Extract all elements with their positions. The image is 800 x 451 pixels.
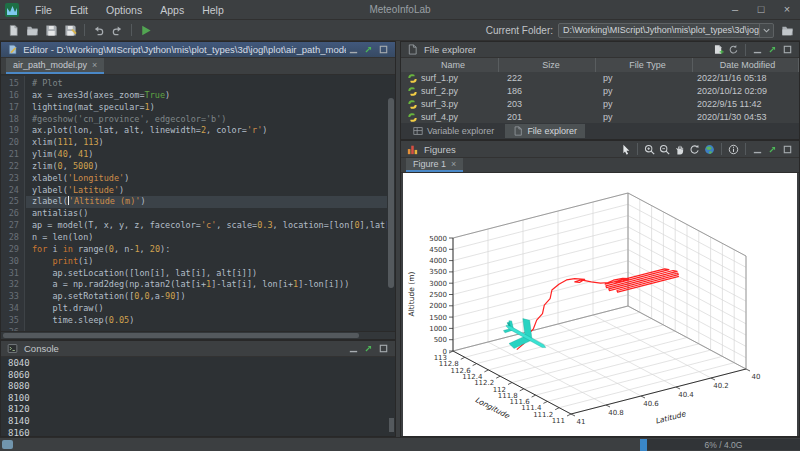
tab-figure-1[interactable]: Figure 1 × <box>406 158 463 172</box>
editor-title: Editor - D:\Working\MIScript\Jython\mis\… <box>19 44 346 55</box>
column-header-date-modified[interactable]: Date Modified <box>693 58 799 72</box>
maximize-icon[interactable] <box>376 43 391 56</box>
code-line-19[interactable]: ax.plot(lon, lat, alt, linewidth=2, colo… <box>26 125 387 137</box>
figures-titlebar[interactable]: Figures <box>401 141 799 158</box>
file-type-cell: py <box>596 112 693 122</box>
run-icon[interactable] <box>136 22 155 39</box>
minimize-icon[interactable]: – <box>722 0 748 20</box>
code-line-22[interactable]: zlim(0, 5000) <box>26 161 387 173</box>
console-panel: Console 8040806080808100812081408160 <box>0 340 396 437</box>
toolbar-separator <box>84 24 85 36</box>
code-line-16[interactable]: ax = axes3d(axes_zoom=True) <box>26 90 387 102</box>
menu-apps[interactable]: Apps <box>151 0 193 20</box>
globe-icon[interactable] <box>702 143 717 156</box>
column-header-file-type[interactable]: File Type <box>596 58 693 72</box>
code-line-20[interactable]: xlim(111, 113) <box>26 137 387 149</box>
code-line-15[interactable]: # Plot <box>26 78 387 90</box>
current-folder-combo[interactable]: D:\Working\MIScript\Jython\mis\plot_type… <box>558 23 774 38</box>
chevron-down-icon[interactable] <box>759 24 773 37</box>
code-area[interactable]: # Plotax = axes3d(axes_zoom=True)lightin… <box>26 76 387 331</box>
browse-folder-button[interactable] <box>777 22 797 39</box>
minimize-icon[interactable] <box>750 43 765 56</box>
table-row[interactable]: surf_3.py203py2022/9/15 11:42 <box>401 98 799 111</box>
memory-indicator[interactable]: 6% / 4.0G <box>640 439 800 450</box>
menu-options[interactable]: Options <box>97 0 151 20</box>
file-explorer-titlebar[interactable]: File explorer <box>401 42 799 58</box>
py-file-icon <box>408 87 417 96</box>
code-line-32[interactable]: a = np.rad2deg(np.atan2(lat[i+1]-lat[i],… <box>26 279 387 291</box>
code-line-21[interactable]: ylim(40, 41) <box>26 149 387 161</box>
console-output[interactable]: 8040806080808100812081408160 <box>1 357 395 436</box>
console-line: 8080 <box>8 381 395 393</box>
table-row[interactable]: surf_4.py201py2020/11/30 04:53 <box>401 111 799 124</box>
subtab-file-explorer[interactable]: File explorer <box>505 124 585 138</box>
code-line-35[interactable]: time.sleep(0.05) <box>26 315 387 327</box>
variable-explorer-icon <box>413 126 423 136</box>
code-line-26[interactable]: antialias() <box>26 208 387 220</box>
minimize-icon[interactable] <box>750 143 765 156</box>
maximize-icon[interactable] <box>376 342 391 355</box>
rotate-icon[interactable] <box>687 143 702 156</box>
column-header-size[interactable]: Size <box>499 58 596 72</box>
new-file-icon[interactable] <box>4 22 23 39</box>
tab-close-icon[interactable]: × <box>92 60 97 70</box>
code-line-28[interactable]: n = len(lon) <box>26 232 387 244</box>
table-row[interactable]: surf_1.py222py2022/11/16 05:18 <box>401 72 799 85</box>
zoom-in-icon[interactable] <box>642 143 657 156</box>
file-table-header[interactable]: NameSizeFile TypeDate Modified <box>401 58 799 72</box>
menu-file[interactable]: File <box>26 0 61 20</box>
figure-canvas[interactable]: 0500100015002000250030003500400045005000… <box>403 173 797 436</box>
zoom-out-icon[interactable] <box>657 143 672 156</box>
editor-titlebar[interactable]: Editor - D:\Working\MIScript\Jython\mis\… <box>1 42 395 58</box>
minimize-icon[interactable] <box>346 342 361 355</box>
code-line-31[interactable]: ap.setLocation([lon[i], lat[i], alt[i]]) <box>26 268 387 280</box>
save-as-icon[interactable] <box>61 22 80 39</box>
collapsed-panel-handle[interactable] <box>2 440 13 449</box>
open-folder-icon[interactable] <box>23 22 42 39</box>
code-editor[interactable]: 1516171819202122232425262728293031323334… <box>1 76 395 331</box>
undo-icon[interactable] <box>89 22 108 39</box>
code-line-23[interactable]: xlabel('Longitude') <box>26 173 387 185</box>
column-header-name[interactable]: Name <box>401 58 499 72</box>
subtab-variable-explorer[interactable]: Variable explorer <box>405 124 502 138</box>
pan-hand-icon[interactable] <box>672 143 687 156</box>
minimize-icon[interactable] <box>346 43 361 56</box>
code-line-24[interactable]: ylabel('Latitude') <box>26 185 387 197</box>
menu-help[interactable]: Help <box>193 0 233 20</box>
refresh-icon[interactable] <box>726 43 741 56</box>
editor-horizontal-scrollbar[interactable] <box>1 331 395 339</box>
code-line-29[interactable]: for i in range(0, n-1, 20): <box>26 244 387 256</box>
console-vertical-scrollbar[interactable] <box>389 418 394 432</box>
code-line-30[interactable]: print(i) <box>26 256 387 268</box>
tab-air-path-model[interactable]: air_path_model.py × <box>6 58 104 74</box>
tab-close-icon[interactable]: × <box>451 159 456 169</box>
menu-edit[interactable]: Edit <box>61 0 97 20</box>
code-line-27[interactable]: ap = model(T, x, y, z, facecolor='c', sc… <box>26 220 387 232</box>
file-table-rows: surf_1.py222py2022/11/16 05:18surf_2.py1… <box>401 72 799 125</box>
cursor-icon[interactable] <box>618 143 633 156</box>
float-icon[interactable] <box>361 43 376 56</box>
svg-text:40.4: 40.4 <box>678 391 694 399</box>
close-icon[interactable]: × <box>774 0 800 20</box>
float-icon[interactable] <box>765 143 780 156</box>
new-file-plus-icon[interactable] <box>711 43 726 56</box>
code-line-33[interactable]: ap.setRotation([0,0,a-90]) <box>26 291 387 303</box>
code-line-17[interactable]: lighting(mat_specular=1) <box>26 102 387 114</box>
code-line-25[interactable]: zlabel('Altitude (m)') <box>26 196 387 208</box>
table-row[interactable]: surf_2.py186py2020/10/12 02:09 <box>401 85 799 98</box>
line-number: 15 <box>1 78 19 90</box>
redo-icon[interactable] <box>108 22 127 39</box>
maximize-icon[interactable] <box>780 43 795 56</box>
float-icon[interactable] <box>765 43 780 56</box>
maximize-icon[interactable]: □ <box>748 0 774 20</box>
line-number: 16 <box>1 90 19 102</box>
code-line-18[interactable]: #geoshow('cn_province', edgecolor='b') <box>26 114 387 126</box>
console-titlebar[interactable]: Console <box>1 341 395 357</box>
plot-3d[interactable]: 0500100015002000250030003500400045005000… <box>403 173 799 438</box>
save-icon[interactable] <box>42 22 61 39</box>
editor-vertical-scrollbar[interactable] <box>388 98 394 288</box>
info-icon[interactable] <box>726 143 741 156</box>
code-line-34[interactable]: plt.draw() <box>26 303 387 315</box>
maximize-icon[interactable] <box>780 143 795 156</box>
float-icon[interactable] <box>361 342 376 355</box>
